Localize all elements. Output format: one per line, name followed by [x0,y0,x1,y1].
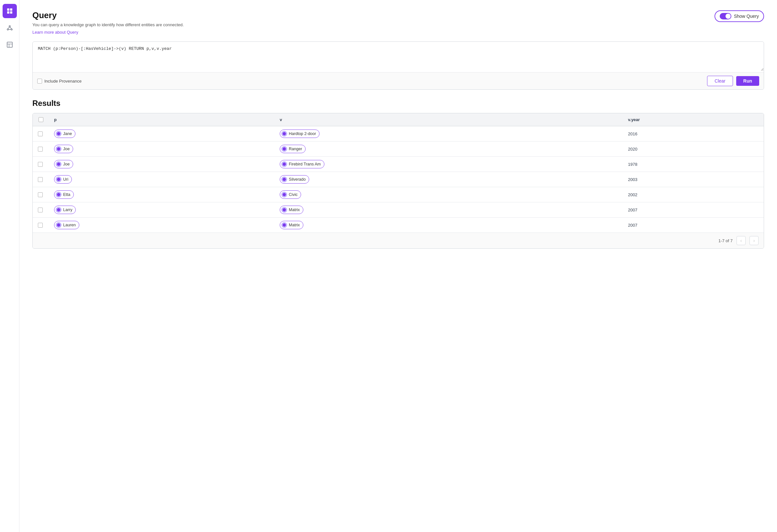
show-query-label: Show Query [734,14,759,19]
learn-more-link[interactable]: Learn more about Query [32,30,78,35]
results-table-wrapper: p v v.year Jane Hardtop 2-door 2016 [32,113,764,249]
pagination-next-button[interactable]: › [750,236,759,245]
entity-icon-p [56,146,62,152]
table-row: Uri Silverado 2003 [33,172,764,187]
entity-pill-p: Jane [54,129,76,138]
svg-rect-2 [7,11,9,14]
cell-p: Joe [49,141,274,157]
row-checkbox[interactable] [38,208,43,212]
table-row: Joe Ranger 2020 [33,141,764,157]
entity-pill-p: Larry [54,206,76,214]
svg-rect-0 [7,8,9,11]
provenance-checkbox[interactable] [37,79,42,84]
cell-v: Hardtop 2-door [274,126,623,141]
row-checkbox[interactable] [38,192,43,197]
col-checkbox [33,113,49,126]
table-footer: 1-7 of 7 ‹ › [33,232,764,248]
sidebar-item-graph[interactable] [3,21,17,35]
header-checkbox[interactable] [38,117,43,122]
cell-v: Matrix [274,218,623,233]
query-actions: Clear Run [707,76,759,86]
entity-icon-v [281,161,287,167]
row-checkbox[interactable] [38,131,43,136]
entity-pill-v: Matrix [280,206,303,214]
cell-v: Ranger [274,141,623,157]
toggle-thumb [726,14,731,19]
entity-pill-p: Joe [54,145,73,153]
cell-p: Larry [49,202,274,218]
cell-vyear: 2002 [623,187,764,202]
entity-pill-v: Silverado [280,175,309,184]
svg-line-8 [10,27,12,29]
table-row: Etta Civic 2002 [33,187,764,202]
svg-rect-1 [10,8,12,11]
cell-v: Firebird Trans Am [274,157,623,172]
entity-icon-v [281,131,287,137]
entity-icon-p [56,192,62,198]
table-row: Joe Firebird Trans Am 1978 [33,157,764,172]
cell-p: Jane [49,126,274,141]
entity-icon-v [281,177,287,182]
svg-rect-10 [7,42,12,47]
sidebar-item-table[interactable] [3,4,17,18]
cell-vyear: 2007 [623,218,764,233]
query-footer: Include Provenance Clear Run [33,72,764,89]
row-checkbox[interactable] [38,223,43,228]
pagination-info: 1-7 of 7 [718,238,733,243]
row-checkbox[interactable] [38,177,43,182]
entity-icon-v [281,222,287,228]
svg-point-5 [7,29,8,30]
sidebar [0,0,19,532]
page-subtitle: You can query a knowledge graph to ident… [32,22,184,27]
entity-icon-v [281,192,287,198]
main-content: Query You can query a knowledge graph to… [19,0,777,532]
entity-icon-p [56,207,62,213]
col-vyear: v.year [623,113,764,126]
svg-rect-3 [10,11,12,14]
entity-icon-p [56,161,62,167]
pagination-prev-button[interactable]: ‹ [737,236,746,245]
entity-pill-v: Ranger [280,145,306,153]
provenance-text: Include Provenance [44,79,82,84]
svg-point-6 [11,29,12,30]
table-header-row: p v v.year [33,113,764,126]
table-row: Larry Matrix 2007 [33,202,764,218]
cell-vyear: 2020 [623,141,764,157]
page-title: Query [32,10,184,20]
graph-icon [6,25,13,31]
toggle-switch [720,13,731,19]
clear-button[interactable]: Clear [707,76,733,86]
entity-pill-p: Joe [54,160,73,169]
svg-point-4 [9,25,10,27]
entity-icon-p [56,177,62,182]
table-icon [6,8,13,14]
cell-vyear: 2003 [623,172,764,187]
query-box: Include Provenance Clear Run [32,41,764,90]
svg-line-7 [8,27,10,29]
cell-v: Silverado [274,172,623,187]
page-header: Query You can query a knowledge graph to… [32,10,764,35]
entity-icon-p [56,222,62,228]
query-textarea[interactable] [33,42,764,71]
entity-pill-p: Lauren [54,221,79,229]
results-title: Results [32,99,764,108]
provenance-label[interactable]: Include Provenance [37,79,82,84]
entity-icon-v [281,146,287,152]
cell-vyear: 2007 [623,202,764,218]
entity-pill-v: Firebird Trans Am [280,160,324,169]
run-button[interactable]: Run [736,76,759,86]
toggle-track [720,13,731,19]
cell-v: Matrix [274,202,623,218]
cell-v: Civic [274,187,623,202]
sidebar-item-canvas[interactable] [3,37,17,52]
cell-p: Lauren [49,218,274,233]
row-checkbox[interactable] [38,147,43,151]
table-row: Lauren Matrix 2007 [33,218,764,233]
col-p: p [49,113,274,126]
page-title-area: Query You can query a knowledge graph to… [32,10,184,35]
cell-p: Etta [49,187,274,202]
row-checkbox[interactable] [38,162,43,167]
entity-pill-v: Matrix [280,221,303,229]
entity-icon-v [281,207,287,213]
show-query-toggle[interactable]: Show Query [714,10,764,22]
